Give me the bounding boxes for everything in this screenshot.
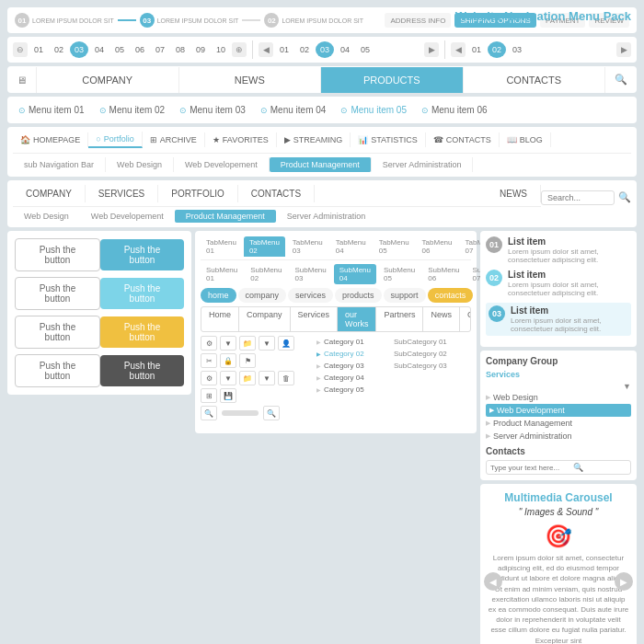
service-webdev[interactable]: Web Development — [486, 404, 631, 417]
tabmenu-2[interactable]: TabMenu 02 — [244, 236, 285, 257]
horiz-news[interactable]: News — [423, 307, 460, 331]
company-tab-company[interactable]: COMPANY — [13, 185, 86, 202]
tool-btn-arrow3[interactable]: ▼ — [220, 371, 236, 385]
tabmenu-1[interactable]: TabMenu 01 — [201, 236, 242, 257]
num-4[interactable]: 04 — [90, 41, 109, 58]
tool-btn-4[interactable]: ✂ — [201, 353, 217, 368]
dropdown-arrow[interactable]: ▼ — [623, 382, 631, 391]
num-3[interactable]: 03 — [70, 41, 88, 58]
horiz-company[interactable]: Company — [239, 307, 291, 331]
carousel-prev[interactable]: ◀ — [484, 572, 502, 591]
submenu-3[interactable]: SubMenu 03 — [290, 264, 332, 284]
menu-item-2[interactable]: ⊙ Menu item 02 — [94, 102, 171, 118]
sub2-webdev[interactable]: Web Developement — [80, 210, 175, 223]
tool-btn-arrow2[interactable]: ▼ — [259, 336, 275, 351]
icon-tab-favorites[interactable]: ★ FAVORITES — [205, 132, 277, 147]
cat-1[interactable]: Category 01 — [311, 336, 385, 348]
horiz-contacts[interactable]: Contacts — [460, 307, 471, 331]
company-tab-portfolio[interactable]: PORTFOLIO — [158, 185, 238, 202]
tab-company[interactable]: COMPANY — [37, 67, 179, 93]
push-btn-4-left[interactable]: Push the button — [15, 354, 100, 387]
icon-tab-archive[interactable]: ⊞ ARCHIVE — [143, 132, 205, 147]
tabmenu-3[interactable]: TabMenu 03 — [287, 236, 328, 257]
company-tab-contacts[interactable]: CONTACTS — [238, 185, 315, 202]
num2-3[interactable]: 03 — [316, 41, 334, 58]
cat-3[interactable]: Category 03 — [311, 360, 385, 372]
sub2-webdesign[interactable]: Web Design — [13, 210, 80, 223]
push-btn-3-right[interactable]: Push the button — [100, 316, 184, 348]
menu-item-6[interactable]: ⊙ Menu item 06 — [416, 102, 493, 118]
tab-contacts[interactable]: CONTACTS — [464, 67, 606, 93]
horiz-ourworks[interactable]: our Works — [338, 307, 376, 331]
num-8[interactable]: 08 — [171, 41, 190, 58]
icon-tab-portfolio[interactable]: ○ Portfolio — [88, 132, 142, 148]
pill-support[interactable]: support — [384, 288, 426, 303]
tool-btn-5[interactable]: 🔒 — [220, 353, 236, 368]
tool-btn-arrow[interactable]: ▼ — [220, 336, 236, 351]
step-1[interactable]: 01 LOREM IPSUM DOLOR SIT — [15, 13, 114, 28]
push-btn-2-left[interactable]: Push the button — [15, 277, 100, 310]
submenu-2[interactable]: SubMenu 02 — [245, 264, 287, 284]
step-3[interactable]: 02 LOREM IPSUM DOLOR SIT — [264, 13, 363, 28]
num-10[interactable]: 10 — [212, 41, 230, 58]
sub2-productmgmt[interactable]: Product Management — [175, 210, 276, 223]
sub-tab-subnav[interactable]: sub Navigation Bar — [13, 157, 106, 172]
submenu-5[interactable]: SubMenu 05 — [378, 264, 420, 284]
address-tab[interactable]: ADDRESS INFO — [385, 13, 451, 28]
push-btn-1-right[interactable]: Push the button — [100, 239, 184, 270]
tool-btn-7[interactable]: ⚙ — [201, 371, 217, 385]
tool-btn-1[interactable]: ⚙ — [201, 336, 217, 351]
menu-item-1[interactable]: ⊙ Menu item 01 — [13, 102, 90, 118]
num2-4[interactable]: 04 — [336, 41, 354, 58]
service-serveradmin[interactable]: Server Administration — [486, 430, 631, 443]
carousel-next[interactable]: ▶ — [615, 572, 633, 591]
num3-1[interactable]: 01 — [467, 41, 486, 58]
sub-tab-webdesign[interactable]: Web Design — [106, 157, 174, 172]
pill-company[interactable]: company — [238, 288, 287, 303]
tool-btn-9[interactable]: 🗑 — [278, 371, 294, 385]
tabmenu-4[interactable]: TabMenu 04 — [330, 236, 372, 257]
horiz-home[interactable]: Home — [201, 307, 239, 331]
num2-5[interactable]: 05 — [356, 41, 374, 58]
pill-services[interactable]: services — [288, 288, 333, 303]
subcat-3[interactable]: SubCategory 03 — [388, 360, 471, 372]
tab-news[interactable]: NEWS — [179, 67, 322, 93]
num-1[interactable]: 01 — [29, 41, 48, 58]
prev-arrow-1[interactable]: ⊖ — [13, 42, 28, 57]
tool-btn-6[interactable]: ⚑ — [239, 353, 256, 368]
tool-btn-8[interactable]: 📁 — [239, 371, 256, 385]
push-btn-1-left[interactable]: Push the button — [15, 238, 100, 271]
prev-arrow-3[interactable]: ◀ — [451, 42, 466, 57]
company-tab-news[interactable]: NEWS — [487, 185, 541, 202]
icon-tab-homepage[interactable]: 🏠 HOMEPAGE — [13, 132, 88, 147]
submenu-4[interactable]: SubMenu 04 — [334, 264, 376, 284]
num-6[interactable]: 06 — [131, 41, 149, 58]
pill-home[interactable]: home — [201, 288, 236, 303]
num-7[interactable]: 07 — [151, 41, 169, 58]
sub2-serveradmin[interactable]: Server Administration — [276, 210, 377, 223]
push-btn-4-right[interactable]: Push the button — [100, 355, 184, 386]
next-arrow-2[interactable]: ▶ — [424, 42, 439, 57]
menu-item-4[interactable]: ⊙ Menu item 04 — [255, 102, 332, 118]
push-btn-3-left[interactable]: Push the button — [15, 316, 100, 349]
submenu-1[interactable]: SubMenu 01 — [201, 264, 243, 284]
num-9[interactable]: 09 — [191, 41, 210, 58]
num-2[interactable]: 02 — [50, 41, 68, 58]
cat-5[interactable]: Category 05 — [311, 384, 385, 396]
service-webdesign[interactable]: Web Design — [486, 391, 631, 404]
menu-item-5[interactable]: ⊙ Menu item 05 — [335, 102, 412, 118]
next-arrow-1[interactable]: ⊕ — [232, 42, 247, 57]
tool-btn-search[interactable]: 🔍 — [263, 406, 280, 420]
sub-tab-webdev[interactable]: Web Developement — [174, 157, 270, 172]
subcat-2[interactable]: SubCategory 02 — [388, 348, 471, 360]
tool-btn-11[interactable]: 💾 — [220, 388, 236, 403]
icon-tab-blog[interactable]: 📖 BLOG — [500, 132, 551, 147]
contacts-search-input[interactable] — [490, 464, 573, 472]
prev-arrow-2[interactable]: ◀ — [259, 42, 273, 57]
tool-btn-10[interactable]: ⊞ — [201, 388, 217, 403]
icon-tab-contacts[interactable]: ☎ CONTACTS — [426, 132, 500, 147]
icon-tab-statistics[interactable]: 📊 STATISTICS — [351, 132, 426, 147]
num3-3[interactable]: 03 — [508, 41, 526, 58]
tabmenu-5[interactable]: TabMenu 05 — [374, 236, 415, 257]
tool-btn-arrow4[interactable]: ▼ — [259, 371, 275, 385]
